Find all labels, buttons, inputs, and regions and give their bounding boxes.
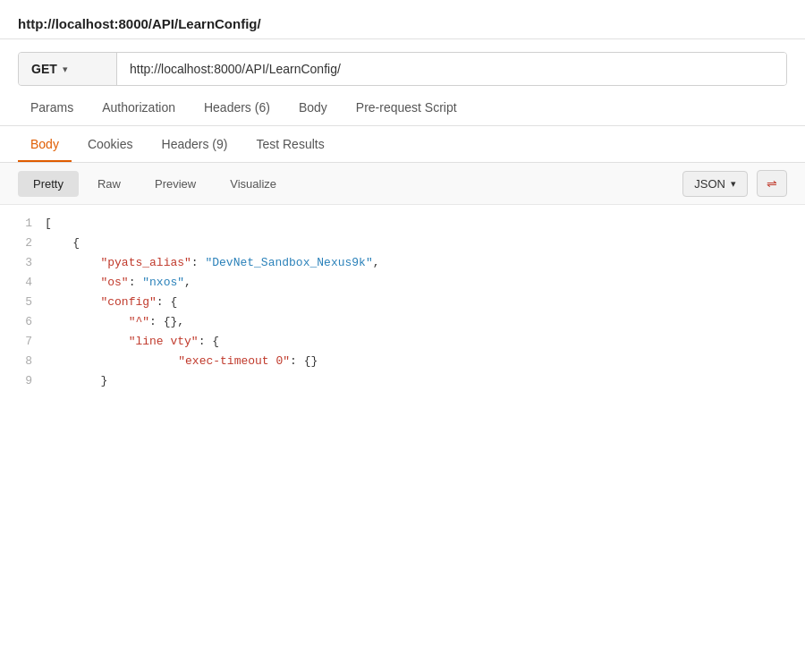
line-content: "os": "nxos", (45, 273, 805, 293)
line-content: "config": { (45, 293, 805, 312)
url-title: http://localhost:8000/API/LearnConfig/ (18, 16, 261, 31)
line-number: 9 (0, 371, 45, 391)
line-number: 3 (0, 253, 45, 273)
tab-headers-response[interactable]: Headers (9) (149, 128, 241, 162)
line-number: 4 (0, 273, 45, 293)
line-content: { (45, 234, 805, 253)
format-pretty-btn[interactable]: Pretty (18, 171, 79, 197)
tab-body-request[interactable]: Body (286, 91, 340, 125)
tab-params[interactable]: Params (18, 91, 86, 125)
code-line: 6 "^": {}, (0, 312, 805, 332)
request-bar: GET ▾ (18, 52, 787, 86)
line-number: 7 (0, 332, 45, 352)
format-bar: Pretty Raw Preview Visualize JSON ▾ ⇌ (0, 163, 805, 205)
line-number: 5 (0, 293, 45, 312)
method-label: GET (31, 62, 57, 76)
tab-cookies[interactable]: Cookies (75, 128, 146, 162)
line-content: "exec-timeout 0": {} (45, 352, 805, 371)
url-bar-section: http://localhost:8000/API/LearnConfig/ (0, 0, 805, 39)
code-line: 7 "line vty": { (0, 332, 805, 352)
format-preview-btn[interactable]: Preview (140, 171, 211, 197)
request-tabs: Params Authorization Headers (6) Body Pr… (0, 91, 805, 126)
line-number: 1 (0, 214, 45, 234)
line-content: "pyats_alias": "DevNet_Sandbox_Nexus9k", (45, 253, 805, 273)
line-content: "^": {}, (45, 312, 805, 332)
line-number: 6 (0, 312, 45, 332)
line-number: 8 (0, 352, 45, 371)
json-label: JSON (694, 177, 725, 191)
wrap-icon: ⇌ (767, 176, 777, 191)
url-input[interactable] (117, 53, 786, 85)
tab-test-results[interactable]: Test Results (243, 128, 336, 162)
code-area: 1 [ 2 { 3 "pyats_alias": "DevNet_Sandbox… (0, 205, 805, 400)
tab-headers-request[interactable]: Headers (6) (191, 91, 283, 125)
code-line: 4 "os": "nxos", (0, 273, 805, 293)
format-raw-btn[interactable]: Raw (82, 171, 136, 197)
code-line: 3 "pyats_alias": "DevNet_Sandbox_Nexus9k… (0, 253, 805, 273)
tab-prerequest[interactable]: Pre-request Script (343, 91, 470, 125)
method-selector[interactable]: GET ▾ (19, 53, 117, 85)
line-content: "line vty": { (45, 332, 805, 352)
line-content: [ (45, 214, 805, 234)
tab-body-response[interactable]: Body (18, 128, 72, 162)
json-format-selector[interactable]: JSON ▾ (682, 171, 748, 197)
line-number: 2 (0, 234, 45, 253)
tab-authorization[interactable]: Authorization (89, 91, 188, 125)
chevron-down-icon: ▾ (731, 178, 736, 190)
chevron-down-icon: ▾ (63, 64, 68, 75)
wrap-btn[interactable]: ⇌ (757, 170, 787, 197)
code-line: 5 "config": { (0, 293, 805, 312)
format-visualize-btn[interactable]: Visualize (215, 171, 292, 197)
response-tabs: Body Cookies Headers (9) Test Results (0, 128, 805, 163)
code-line: 8 "exec-timeout 0": {} (0, 352, 805, 371)
code-line: 9 } (0, 371, 805, 391)
code-line: 1 [ (0, 214, 805, 234)
code-line: 2 { (0, 234, 805, 253)
line-content: } (45, 371, 805, 391)
